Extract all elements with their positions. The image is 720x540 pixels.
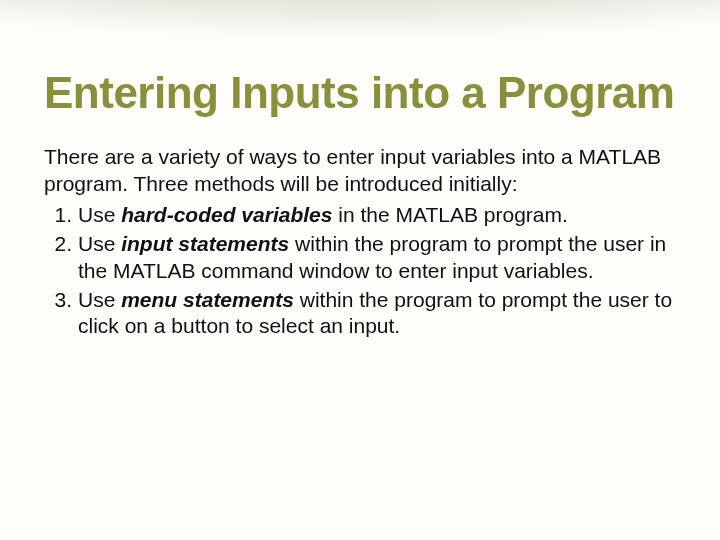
slide-body: There are a variety of ways to enter inp… xyxy=(44,144,676,340)
list-item-post: in the MATLAB program. xyxy=(332,203,567,226)
slide-title: Entering Inputs into a Program xyxy=(44,70,676,116)
list-item-pre: Use xyxy=(78,203,121,226)
slide-content: Entering Inputs into a Program There are… xyxy=(0,0,720,340)
list-item-emph: input statements xyxy=(121,232,289,255)
list-item: Use menu statements within the program t… xyxy=(44,287,676,341)
list-item: Use hard-coded variables in the MATLAB p… xyxy=(44,202,676,229)
list-item-emph: hard-coded variables xyxy=(121,203,332,226)
list-item-pre: Use xyxy=(78,288,121,311)
list-item-emph: menu statements xyxy=(121,288,294,311)
intro-text: There are a variety of ways to enter inp… xyxy=(44,144,676,198)
list-item: Use input statements within the program … xyxy=(44,231,676,285)
methods-list: Use hard-coded variables in the MATLAB p… xyxy=(44,202,676,340)
list-item-pre: Use xyxy=(78,232,121,255)
